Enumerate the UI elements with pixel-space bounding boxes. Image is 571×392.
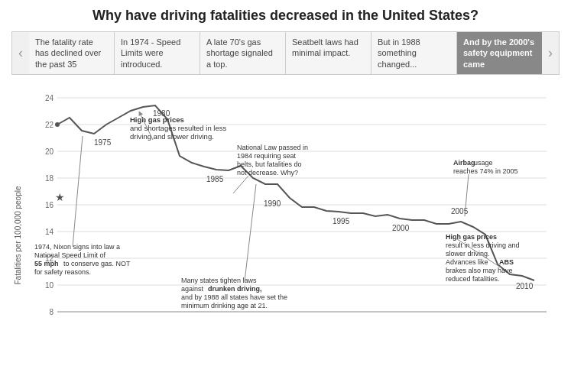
ann-gas2-bold: High gas prices [446, 233, 497, 241]
ann-drunk-text4: minimum drinking age at 21. [181, 302, 268, 309]
ann-nixon-text2: National Speed Limit of [34, 251, 106, 259]
ann-drunk-arrow [245, 184, 256, 281]
svg-text:8: 8 [49, 308, 54, 316]
ann-gas2-abs: ABS [499, 258, 514, 266]
year-label-2010: 2010 [516, 282, 534, 290]
nav-prev-button[interactable]: ‹ [12, 32, 29, 74]
nav-items-container: The fatality rate has declined over the … [29, 32, 542, 74]
year-label-1995: 1995 [333, 217, 350, 225]
svg-text:Fatalities per 100,000 people: Fatalities per 100,000 people [14, 186, 22, 284]
nav-item-5[interactable]: But in 1988 something changed... [371, 32, 457, 74]
nav-next-button[interactable]: › [542, 32, 559, 74]
start-dot [55, 122, 60, 127]
ann-drunk-bold: drunken driving, [208, 285, 262, 293]
svg-text:10: 10 [45, 281, 54, 290]
main-container: Why have driving fatalities decreased in… [0, 0, 571, 358]
ann-gas-bold: High gas prices [130, 115, 184, 124]
ann-gas2-text5: reduced fatalities. [446, 275, 500, 283]
star-marker: ★ [55, 191, 65, 203]
svg-text:14: 14 [45, 228, 54, 236]
ann-airbag-text1: usage [474, 159, 493, 167]
ann-gas2-text3: Advances like [446, 258, 488, 266]
ann-airbag-text2: reaches 74% in 2005 [453, 167, 518, 175]
svg-text:20: 20 [45, 147, 54, 156]
navigation-strip: ‹ The fatality rate has declined over th… [11, 31, 560, 75]
nav-item-6[interactable]: And by the 2000's safety equipment came [457, 32, 542, 74]
nav-item-4[interactable]: Seatbelt laws had minimal impact. [286, 32, 371, 74]
nav-item-3[interactable]: A late 70's gas shortage signaled a top. [200, 32, 286, 74]
nav-item-1[interactable]: The fatality rate has declined over the … [29, 32, 115, 74]
chart-area: Fatalities per 100,000 people 24 22 20 1… [11, 83, 560, 350]
svg-text:18: 18 [45, 174, 54, 183]
year-label-2000: 2000 [392, 224, 410, 232]
ann-law-text2: 1984 requiring seat [237, 152, 297, 160]
ann-drunk-text2: against [181, 285, 204, 293]
ann-drunk-text3: and by 1988 all states have set the [181, 293, 287, 301]
nav-item-2[interactable]: In 1974 - Speed Limits were introduced. [115, 32, 200, 74]
ann-law-text3: belts, but fatalities do [237, 160, 302, 168]
ann-gas-text1: and shortages resulted in less [130, 124, 226, 132]
ann-drunk-text1: Many states tighten laws [181, 277, 257, 284]
ann-gas2-text4: brakes also may have [446, 267, 513, 274]
page-title: Why have driving fatalities decreased in… [11, 8, 560, 24]
ann-nixon-arrow [73, 136, 83, 247]
ann-gas2-text1: result in less driving and [446, 241, 520, 249]
ann-nixon-text4: for safety reasons. [34, 268, 91, 276]
ann-nixon-text3: to conserve gas. NOT [63, 260, 131, 267]
ann-law-text1: National Law passed in [237, 144, 308, 151]
line-chart: Fatalities per 100,000 people 24 22 20 1… [11, 83, 560, 350]
svg-text:22: 22 [45, 121, 54, 129]
ann-airbag-bold: Airbag [453, 159, 475, 167]
ann-nixon-bold: 55 mph [34, 260, 59, 267]
year-label-1975: 1975 [94, 138, 112, 147]
svg-text:24: 24 [45, 94, 54, 102]
ann-gas-text2: driving and slower driving. [130, 132, 214, 141]
year-label-1985: 1985 [206, 175, 224, 183]
ann-law-text4: not decrease. Why? [237, 169, 298, 177]
ann-nixon-text1: 1974, Nixon signs into law a [34, 243, 120, 251]
svg-text:16: 16 [45, 201, 54, 209]
year-label-1990: 1990 [264, 199, 281, 208]
